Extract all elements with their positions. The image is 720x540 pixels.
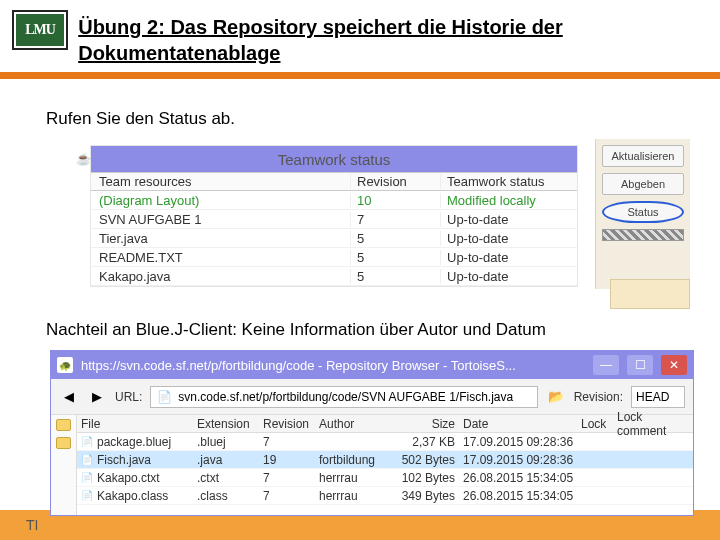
table-row[interactable]: Tier.java5Up-to-date: [91, 229, 577, 248]
cell: 5: [351, 231, 441, 246]
minimize-button[interactable]: —: [593, 355, 619, 375]
revision-field[interactable]: HEAD: [631, 386, 685, 408]
maximize-button[interactable]: ☐: [627, 355, 653, 375]
table-row[interactable]: Kakapo.java5Up-to-date: [91, 267, 577, 286]
col-lock[interactable]: Lock: [581, 417, 617, 431]
col-lockcomment[interactable]: Lock comment: [617, 410, 653, 438]
revision-label: Revision:: [574, 390, 623, 404]
beige-block: [610, 279, 690, 309]
file-icon: 📄: [81, 454, 93, 466]
folder-icon[interactable]: [56, 419, 71, 431]
cell: 19: [263, 453, 319, 467]
file-row[interactable]: 📄Kakapo.ctxt.ctxt7herrrau102 Bytes26.08.…: [77, 469, 693, 487]
cell: README.TXT: [91, 250, 351, 265]
cell: 7: [263, 435, 319, 449]
slide-title: Übung 2: Das Repository speichert die Hi…: [78, 10, 720, 66]
cell: .class: [197, 489, 263, 503]
cell: Up-to-date: [441, 250, 577, 265]
url-value: svn.code.sf.net/p/fortbildung/code/SVN A…: [178, 390, 513, 404]
lmu-logo: LMU: [12, 10, 68, 50]
cell: 7: [263, 489, 319, 503]
orange-divider: [0, 72, 720, 79]
cell: 10: [351, 193, 441, 208]
cell: .java: [197, 453, 263, 467]
go-icon[interactable]: 📂: [546, 387, 566, 407]
file-row[interactable]: 📄Fisch.java.java19fortbildung502 Bytes17…: [77, 451, 693, 469]
col-file[interactable]: File: [77, 417, 197, 431]
table-row[interactable]: SVN AUFGABE 17Up-to-date: [91, 210, 577, 229]
cell: .bluej: [197, 435, 263, 449]
java-icon: ☕: [73, 149, 93, 169]
tree-panel: [51, 415, 77, 515]
cell: 📄Kakapo.class: [77, 489, 197, 503]
cell: Kakapo.java: [91, 269, 351, 284]
cell: Tier.java: [91, 231, 351, 246]
cell: 26.08.2015 15:34:05: [463, 471, 581, 485]
cell: 17.09.2015 09:28:36: [463, 453, 581, 467]
file-icon: 📄: [81, 472, 93, 484]
cell: 26.08.2015 15:34:05: [463, 489, 581, 503]
cell: herrrau: [319, 471, 393, 485]
file-icon: 📄: [81, 490, 93, 502]
col-size[interactable]: Size: [393, 417, 463, 431]
teamwork-title: Teamwork status: [91, 151, 577, 168]
col-date[interactable]: Date: [463, 417, 581, 431]
teamwork-window: ☕ Teamwork status Team resources Revisio…: [90, 145, 578, 287]
file-list: File Extension Revision Author Size Date…: [77, 415, 693, 515]
hatched-area: [602, 229, 684, 241]
cell: 5: [351, 269, 441, 284]
cell: 7: [263, 471, 319, 485]
cell: .ctxt: [197, 471, 263, 485]
cell: 502 Bytes: [393, 453, 463, 467]
cell: 📄package.bluej: [77, 435, 197, 449]
teamwork-titlebar: ☕ Teamwork status: [91, 146, 577, 172]
file-row[interactable]: 📄Kakapo.class.class7herrrau349 Bytes26.0…: [77, 487, 693, 505]
col-ext[interactable]: Extension: [197, 417, 263, 431]
cell: 5: [351, 250, 441, 265]
cell: 102 Bytes: [393, 471, 463, 485]
instruction-text: Rufen Sie den Status ab.: [0, 79, 720, 139]
back-icon[interactable]: ◀: [59, 387, 79, 407]
close-button[interactable]: ✕: [661, 355, 687, 375]
cell: 17.09.2015 09:28:36: [463, 435, 581, 449]
repo-window-title: https://svn.code.sf.net/p/fortbildung/co…: [81, 358, 585, 373]
url-label: URL:: [115, 390, 142, 404]
cell: 7: [351, 212, 441, 227]
cell: herrrau: [319, 489, 393, 503]
status-button[interactable]: Status: [602, 201, 684, 223]
teamwork-header-row: Team resources Revision Teamwork status: [91, 172, 577, 191]
cell: 📄Fisch.java: [77, 453, 197, 467]
file-row[interactable]: 📄package.bluej.bluej72,37 KB17.09.2015 0…: [77, 433, 693, 451]
table-row[interactable]: (Diagram Layout)10Modified locally: [91, 191, 577, 210]
cell: 349 Bytes: [393, 489, 463, 503]
revision-value: HEAD: [636, 390, 669, 404]
url-field[interactable]: 📄 svn.code.sf.net/p/fortbildung/code/SVN…: [150, 386, 537, 408]
cell: SVN AUFGABE 1: [91, 212, 351, 227]
submit-button[interactable]: Abgeben: [602, 173, 684, 195]
cell: fortbildung: [319, 453, 393, 467]
col-auth[interactable]: Author: [319, 417, 393, 431]
file-list-header: File Extension Revision Author Size Date…: [77, 415, 693, 433]
col-rev[interactable]: Revision: [263, 417, 319, 431]
col-resources: Team resources: [91, 174, 351, 189]
teamwork-screenshot: ☕ Teamwork status Team resources Revisio…: [50, 145, 690, 290]
cell: Modified locally: [441, 193, 577, 208]
repo-browser-window: 🐢 https://svn.code.sf.net/p/fortbildung/…: [50, 350, 694, 516]
teamwork-side-panel: Aktualisieren Abgeben Status: [595, 139, 690, 289]
repo-toolbar: ◀ ▶ URL: 📄 svn.code.sf.net/p/fortbildung…: [51, 379, 693, 415]
col-status: Teamwork status: [441, 174, 577, 189]
cell: Up-to-date: [441, 212, 577, 227]
cell: 2,37 KB: [393, 435, 463, 449]
refresh-button[interactable]: Aktualisieren: [602, 145, 684, 167]
tortoise-icon: 🐢: [57, 357, 73, 373]
cell: Up-to-date: [441, 269, 577, 284]
col-revision: Revision: [351, 174, 441, 189]
table-row[interactable]: README.TXT5Up-to-date: [91, 248, 577, 267]
lmu-logo-text: LMU: [16, 14, 64, 46]
caption-text: Nachteil an Blue.J-Client: Keine Informa…: [0, 306, 720, 346]
folder-icon[interactable]: [56, 437, 71, 449]
forward-icon[interactable]: ▶: [87, 387, 107, 407]
fish-icon: 📄: [157, 390, 172, 404]
cell: Up-to-date: [441, 231, 577, 246]
footer-text: TI: [26, 517, 38, 533]
